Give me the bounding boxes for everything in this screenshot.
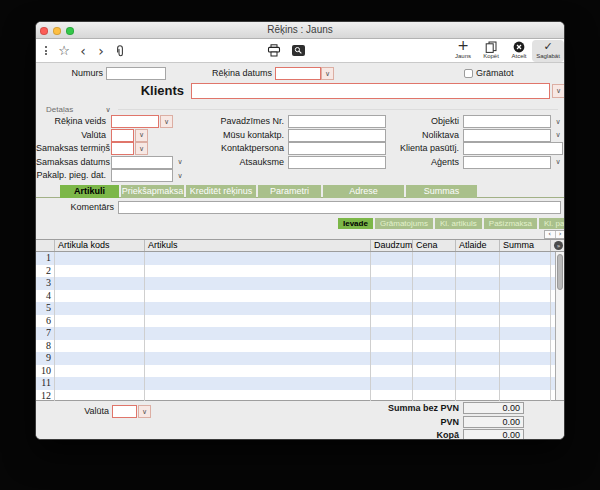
cell[interactable] <box>413 302 456 315</box>
a-ents-dropdown-icon[interactable]: ∨ <box>552 156 564 169</box>
cell[interactable] <box>145 277 371 290</box>
row-number-cell[interactable]: 10 <box>36 365 55 378</box>
back-icon[interactable]: ‹ <box>76 39 90 62</box>
r-ina-veids-input[interactable] <box>111 115 159 128</box>
tab-adrese[interactable]: Adrese <box>323 185 404 198</box>
cell[interactable] <box>456 377 500 390</box>
cell[interactable] <box>371 302 413 315</box>
cell[interactable] <box>371 340 413 353</box>
row-number-cell[interactable]: 8 <box>36 340 55 353</box>
table-row[interactable]: 4 <box>36 290 564 303</box>
cell[interactable] <box>413 315 456 328</box>
cell[interactable] <box>55 252 145 265</box>
tab-parametri[interactable]: Parametri <box>258 185 321 198</box>
close-window-button[interactable] <box>40 27 48 35</box>
table-row[interactable]: 1 <box>36 252 564 265</box>
row-number-cell[interactable]: 5 <box>36 302 55 315</box>
row-number-cell[interactable]: 11 <box>36 377 55 390</box>
cell[interactable] <box>456 327 500 340</box>
cell[interactable] <box>500 302 551 315</box>
tab-priek-apmaksa[interactable]: Priekšapmaksa <box>121 185 184 198</box>
pakalp-pieg-dat-input[interactable] <box>111 169 173 182</box>
cell[interactable] <box>500 265 551 278</box>
saglabat-button[interactable]: ✓Saglabāt <box>532 40 564 62</box>
atcelt-button[interactable]: Atcelt <box>506 40 532 62</box>
cell[interactable] <box>55 265 145 278</box>
row-number-header[interactable] <box>36 240 55 251</box>
cell[interactable] <box>456 365 500 378</box>
kopet-button[interactable]: Kopēt <box>478 40 504 62</box>
cell[interactable] <box>456 340 500 353</box>
table-row[interactable]: 3 <box>36 277 564 290</box>
cell[interactable] <box>413 277 456 290</box>
cell[interactable] <box>413 352 456 365</box>
samaksas-termi-input[interactable] <box>111 142 134 155</box>
subtab-kl-artikuls[interactable]: Kl. artikuls <box>435 218 482 229</box>
tab-scroll-left-icon[interactable]: ‹ <box>545 231 555 238</box>
cell[interactable] <box>145 252 371 265</box>
cell[interactable] <box>145 377 371 390</box>
cell[interactable] <box>500 290 551 303</box>
cell[interactable] <box>145 290 371 303</box>
cell[interactable] <box>456 352 500 365</box>
klients-dropdown-icon[interactable]: ∨ <box>552 84 565 98</box>
star-icon[interactable]: ☆ <box>57 39 71 62</box>
cell[interactable] <box>55 315 145 328</box>
tab-summas[interactable]: Summas <box>406 185 477 198</box>
column-header-daudzums[interactable]: Daudzums <box>371 240 413 251</box>
pakalp-pieg-dat-dropdown-icon[interactable]: ∨ <box>174 169 186 182</box>
samaksas-datums-input[interactable] <box>111 156 173 169</box>
print-icon[interactable] <box>266 39 281 62</box>
row-number-cell[interactable]: 2 <box>36 265 55 278</box>
preview-icon[interactable] <box>291 39 306 62</box>
overflow-menu-icon[interactable] <box>40 39 52 62</box>
klients-input[interactable] <box>191 83 550 99</box>
row-number-cell[interactable]: 3 <box>36 277 55 290</box>
cell[interactable] <box>500 365 551 378</box>
komentars-input[interactable] <box>118 201 561 214</box>
zoom-window-button[interactable] <box>66 27 74 35</box>
cell[interactable] <box>456 302 500 315</box>
cell[interactable] <box>500 327 551 340</box>
klienta-pas-t-j-input[interactable] <box>463 142 563 155</box>
cell[interactable] <box>500 340 551 353</box>
cell[interactable] <box>55 340 145 353</box>
samaksas-termi-dropdown-icon[interactable]: ∨ <box>135 142 148 155</box>
cell[interactable] <box>371 327 413 340</box>
row-number-cell[interactable]: 6 <box>36 315 55 328</box>
cell[interactable] <box>500 315 551 328</box>
noliktava-dropdown-icon[interactable]: ∨ <box>552 129 564 142</box>
valuta-dropdown-icon[interactable]: ∨ <box>138 405 151 418</box>
cell[interactable] <box>371 352 413 365</box>
tab-kredit-t-r-inus[interactable]: Kreditēt rēķinus <box>186 185 256 198</box>
row-number-cell[interactable]: 9 <box>36 352 55 365</box>
cell[interactable] <box>145 265 371 278</box>
jauns-button[interactable]: +Jauns <box>450 40 476 62</box>
cell[interactable] <box>145 352 371 365</box>
cell[interactable] <box>55 327 145 340</box>
cell[interactable] <box>55 365 145 378</box>
subtab-pa-izmaksa[interactable]: Pašizmaksa <box>484 218 537 229</box>
table-row[interactable]: 9 <box>36 352 564 365</box>
cell[interactable] <box>55 290 145 303</box>
subtab-ievade[interactable]: Ievade <box>338 218 373 229</box>
cell[interactable] <box>456 265 500 278</box>
cell[interactable] <box>456 315 500 328</box>
rekina-datums-dropdown-icon[interactable]: ∨ <box>321 67 334 80</box>
val-ta-dropdown-icon[interactable]: ∨ <box>135 129 148 142</box>
cell[interactable] <box>456 252 500 265</box>
cell[interactable] <box>371 315 413 328</box>
numurs-input[interactable] <box>106 67 166 80</box>
cell[interactable] <box>145 365 371 378</box>
vertical-scrollbar[interactable] <box>555 252 564 400</box>
cell[interactable] <box>371 252 413 265</box>
objekti-dropdown-icon[interactable]: ∨ <box>552 115 564 128</box>
table-row[interactable]: 8 <box>36 340 564 353</box>
table-row[interactable]: 5 <box>36 302 564 315</box>
row-number-cell[interactable]: 1 <box>36 252 55 265</box>
cell[interactable] <box>413 252 456 265</box>
cell[interactable] <box>145 327 371 340</box>
row-number-cell[interactable]: 7 <box>36 327 55 340</box>
attachment-icon[interactable] <box>112 39 128 62</box>
cell[interactable] <box>500 352 551 365</box>
